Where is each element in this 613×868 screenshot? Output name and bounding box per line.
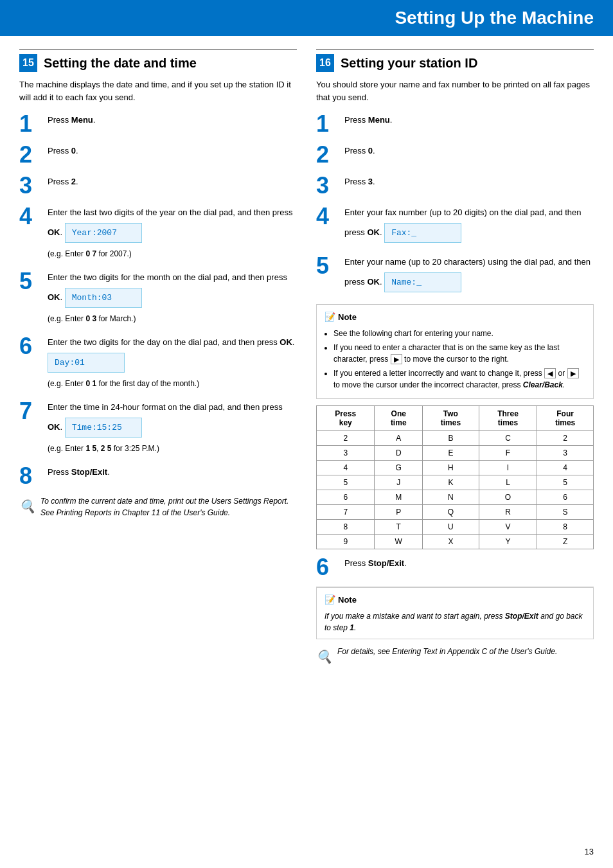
step2-keyword: 0 <box>71 146 76 155</box>
lcd-name: Name:_ <box>384 272 461 293</box>
section15-intro: The machine displays the date and time, … <box>19 78 297 103</box>
section15-step7: 7 Enter the time in 24-hour format on th… <box>19 400 297 457</box>
table-cell: 2 <box>317 431 375 446</box>
table-cell: 4 <box>537 461 594 475</box>
s16-step4-body: Enter your fax number (up to 20 digits) … <box>344 205 594 247</box>
step6-note: (e.g. Enter 0 1 for the first day of the… <box>48 378 297 389</box>
section16-number: 16 <box>316 54 334 72</box>
step3-keyword: 2 <box>71 177 76 186</box>
table-cell: 6 <box>317 490 375 505</box>
step-num-3: 3 <box>19 174 48 197</box>
step7-note: (e.g. Enter 1 5, 2 5 for 3:25 P.M.) <box>48 443 297 454</box>
table-cell: B <box>423 431 479 446</box>
section15-step6: 6 Enter the two digits for the day on th… <box>19 335 297 392</box>
section15-step1: 1 Press Menu. <box>19 112 297 136</box>
magnifier-icon-2: 🔍 <box>316 647 332 666</box>
section16-header: 16 Setting your station ID <box>316 49 594 72</box>
section16-note2: 📝 Note If you make a mistake and want to… <box>316 587 594 639</box>
step-num-2: 2 <box>19 143 48 166</box>
step-num-5: 5 <box>19 270 48 293</box>
s16-step2-body: Press 0. <box>344 143 375 157</box>
table-cell: 8 <box>537 520 594 535</box>
table-cell: O <box>479 490 537 505</box>
step-num-8: 8 <box>19 465 48 488</box>
table-cell: T <box>375 520 423 535</box>
table-cell: 8 <box>317 520 375 535</box>
note1-item1: See the following chart for entering you… <box>333 328 585 339</box>
s16-step-num-6: 6 <box>316 556 344 579</box>
step-num-7: 7 <box>19 400 48 423</box>
table-cell: Y <box>479 535 537 549</box>
section16-title: Setting your station ID <box>341 56 477 71</box>
section15-step8: 8 Press Stop/Exit. <box>19 465 297 488</box>
section15-info-note: 🔍 To confirm the current date and time, … <box>19 495 297 518</box>
section16-info-note: 🔍 For details, see Entering Text in Appe… <box>316 646 594 666</box>
note1-header: 📝 Note <box>324 310 585 324</box>
step1-keyword: Menu <box>71 115 93 125</box>
lcd-year: Year:2007 <box>65 223 142 244</box>
table-cell: X <box>423 535 479 549</box>
table-row: 3DEF3 <box>317 446 594 461</box>
table-cell: U <box>423 520 479 535</box>
col-two-times: Twotimes <box>423 406 479 431</box>
section16-step4: 4 Enter your fax number (up to 20 digits… <box>316 205 594 247</box>
step4-note: (e.g. Enter 0 7 for 2007.) <box>48 248 297 260</box>
s16-step-num-5: 5 <box>316 254 344 278</box>
s16-step1-body: Press Menu. <box>344 112 392 127</box>
step4-body: Enter the last two digits of the year on… <box>48 205 297 262</box>
table-row: 8TUV8 <box>317 520 594 535</box>
step-num-6: 6 <box>19 335 48 358</box>
s16-step3-body: Press 3. <box>344 174 375 188</box>
table-cell: P <box>375 505 423 520</box>
col-press-key: Presskey <box>317 406 375 431</box>
table-cell: 3 <box>317 446 375 461</box>
section16-note1: 📝 Note See the following chart for enter… <box>316 304 594 399</box>
section16-step1: 1 Press Menu. <box>316 112 594 136</box>
table-cell: A <box>375 431 423 446</box>
table-row: 2ABC2 <box>317 431 594 446</box>
table-cell: L <box>479 475 537 490</box>
table-row: 7PQRS <box>317 505 594 520</box>
step-num-1: 1 <box>19 112 48 136</box>
step-num-4: 4 <box>19 205 48 228</box>
table-cell: Q <box>423 505 479 520</box>
lcd-month: Month:03 <box>65 288 142 308</box>
table-cell: Z <box>537 535 594 549</box>
page-header: Setting Up the Machine <box>0 0 613 36</box>
note1-item2: If you need to enter a character that is… <box>333 342 585 365</box>
page-header-title: Setting Up the Machine <box>395 8 594 28</box>
table-cell: 2 <box>537 431 594 446</box>
note2-title: Note <box>338 594 357 607</box>
section15-step3: 3 Press 2. <box>19 174 297 197</box>
note1-title: Note <box>338 311 357 324</box>
table-cell: R <box>479 505 537 520</box>
section16-column: 16 Setting your station ID You should st… <box>316 49 594 666</box>
table-cell: J <box>375 475 423 490</box>
section15-header: 15 Setting the date and time <box>19 49 297 72</box>
lcd-fax: Fax:_ <box>384 223 461 244</box>
step5-note: (e.g. Enter 0 3 for March.) <box>48 313 297 324</box>
lcd-time: Time:15:25 <box>65 418 142 438</box>
section16-step3: 3 Press 3. <box>316 174 594 197</box>
table-cell: N <box>423 490 479 505</box>
table-cell: 3 <box>537 446 594 461</box>
table-row: 4GHI4 <box>317 461 594 475</box>
s16-step-num-2: 2 <box>316 143 344 166</box>
table-cell: M <box>375 490 423 505</box>
step5-body: Enter the two digits for the month on th… <box>48 270 297 327</box>
table-cell: V <box>479 520 537 535</box>
table-cell: 4 <box>317 461 375 475</box>
table-row: 6MNO6 <box>317 490 594 505</box>
col-four-times: Fourtimes <box>537 406 594 431</box>
section15-info-text: To confirm the current date and time, pr… <box>40 495 297 518</box>
note2-header: 📝 Note <box>324 593 585 607</box>
step1-body: Press Menu. <box>48 112 95 127</box>
table-cell: 7 <box>317 505 375 520</box>
section16-intro: You should store your name and fax numbe… <box>316 78 594 103</box>
s16-step-num-3: 3 <box>316 174 344 197</box>
table-cell: H <box>423 461 479 475</box>
table-cell: 9 <box>317 535 375 549</box>
section15-column: 15 Setting the date and time The machine… <box>19 49 297 666</box>
step6-body: Enter the two digits for the day on the … <box>48 335 297 392</box>
note-icon-2: 📝 <box>324 593 335 607</box>
